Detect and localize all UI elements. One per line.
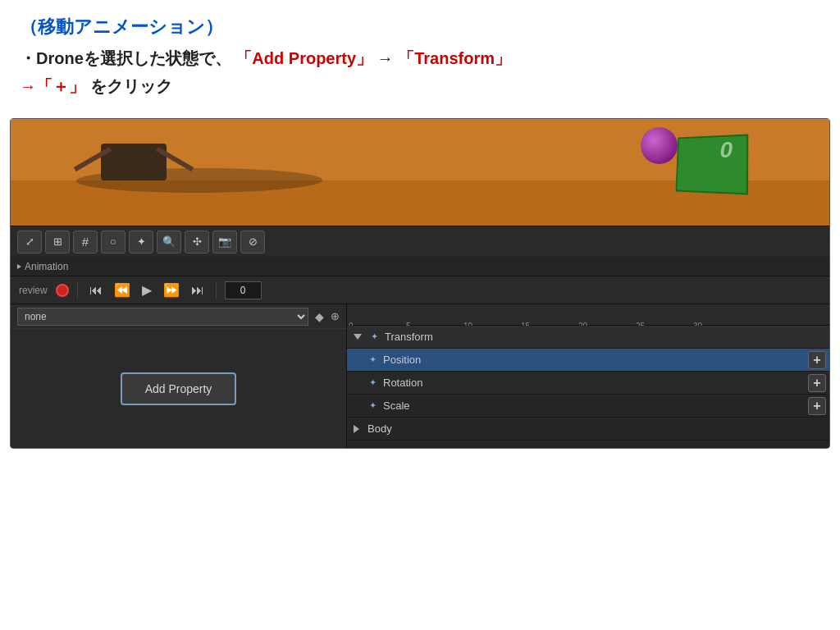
divider1 bbox=[77, 282, 78, 299]
toolbar-btn-pan[interactable]: ✣ bbox=[185, 231, 209, 253]
toolbar-btn-circle[interactable]: ○ bbox=[101, 231, 126, 253]
property-rows: Transform Position + bbox=[347, 326, 829, 448]
scale-plus-button[interactable]: + bbox=[808, 397, 826, 415]
fanbox-label-area: FanBox bbox=[347, 445, 829, 448]
play-button[interactable]: ▶ bbox=[139, 281, 155, 299]
transform-unity-icon bbox=[368, 331, 380, 343]
collapse-icon bbox=[17, 264, 21, 269]
add-property-label: Add Property bbox=[145, 382, 212, 395]
green-box bbox=[676, 135, 749, 195]
animation-tab-bar: Animation bbox=[11, 257, 829, 276]
instruction-red1: 「Add Property」 bbox=[235, 49, 372, 67]
purple-sphere bbox=[641, 127, 678, 164]
timeline-ruler: 0 5 10 15 20 25 30 bbox=[347, 304, 829, 326]
animation-label: Animation bbox=[25, 261, 68, 272]
position-label: Position bbox=[383, 354, 421, 366]
add-property-area: Add Property bbox=[11, 329, 346, 448]
rotation-unity-icon bbox=[367, 377, 378, 389]
rotation-label-area: Rotation bbox=[347, 377, 808, 389]
toolbar-btn-camera[interactable]: 📷 bbox=[212, 231, 237, 253]
right-panel: 0 5 10 15 20 25 30 bbox=[347, 304, 829, 448]
unity-editor-area: 0 ⤢ ⊞ # ○ ✦ 🔍 ✣ 📷 ⊘ Animation review ⏮ ⏪ bbox=[10, 118, 830, 449]
controls-row: review ⏮ ⏪ ▶ ⏩ ⏭ bbox=[11, 276, 829, 304]
go-start-button[interactable]: ⏮ bbox=[86, 281, 106, 299]
main-content: none ◆ ⊕ Add Property 0 bbox=[11, 304, 829, 448]
viewport: 0 bbox=[11, 119, 829, 226]
toolbar-btn-search[interactable]: 🔍 bbox=[157, 231, 181, 253]
fanbox-row[interactable]: FanBox bbox=[347, 441, 829, 448]
body-row[interactable]: Body bbox=[347, 418, 829, 441]
divider2 bbox=[216, 282, 217, 299]
clip-row: none ◆ ⊕ bbox=[11, 304, 346, 329]
instruction-prefix: ・Droneを選択した状態で、 bbox=[20, 49, 231, 67]
frame-input[interactable] bbox=[225, 281, 262, 299]
rotation-row[interactable]: Rotation + bbox=[347, 372, 829, 395]
scale-label: Scale bbox=[383, 399, 410, 412]
position-label-area: Position bbox=[347, 354, 808, 366]
left-panel: none ◆ ⊕ Add Property bbox=[11, 304, 347, 448]
position-row[interactable]: Position + bbox=[347, 349, 829, 372]
scene-zero: 0 bbox=[719, 137, 733, 163]
animation-panel: Animation review ⏮ ⏪ ▶ ⏩ ⏭ none bbox=[11, 257, 829, 448]
scale-row[interactable]: Scale + bbox=[347, 395, 829, 418]
scale-unity-icon bbox=[367, 400, 378, 412]
transform-label: Transform bbox=[385, 331, 433, 343]
fanbox-label: FanBox bbox=[368, 445, 404, 448]
toolbar-btn-star[interactable]: ✦ bbox=[129, 231, 153, 253]
toolbar: ⤢ ⊞ # ○ ✦ 🔍 ✣ 📷 ⊘ bbox=[11, 226, 829, 257]
preview-label: review bbox=[16, 283, 51, 298]
diamond-icon: ◆ bbox=[315, 310, 324, 323]
target-icon: ⊕ bbox=[331, 310, 340, 322]
add-property-button[interactable]: Add Property bbox=[121, 372, 237, 405]
instruction-line2-red: →「＋」 bbox=[20, 77, 85, 95]
toolbar-btn-grid[interactable]: ⊞ bbox=[45, 231, 70, 253]
body-expand-icon bbox=[354, 425, 359, 433]
go-end-button[interactable]: ⏭ bbox=[188, 281, 208, 299]
body-label-area: Body bbox=[347, 422, 829, 435]
scale-label-area: Scale bbox=[347, 399, 808, 412]
instruction-line2: →「＋」 をクリック bbox=[20, 74, 820, 98]
instruction-line1: ・Droneを選択した状態で、 「Add Property」 → 「Transf… bbox=[20, 46, 820, 71]
animation-tab-label[interactable]: Animation bbox=[17, 261, 68, 272]
toolbar-btn-move[interactable]: ⤢ bbox=[17, 231, 42, 253]
instruction-red2: 「Transform」 bbox=[398, 49, 511, 67]
position-plus-button[interactable]: + bbox=[808, 351, 826, 369]
instruction-line2-suffix: をクリック bbox=[90, 77, 172, 95]
body-label: Body bbox=[368, 422, 392, 435]
position-unity-icon bbox=[367, 354, 378, 366]
transform-row[interactable]: Transform bbox=[347, 326, 829, 349]
title-line: （移動アニメーション） bbox=[20, 15, 820, 39]
record-button[interactable] bbox=[56, 284, 69, 297]
transform-label-area: Transform bbox=[347, 331, 829, 343]
rotation-plus-button[interactable]: + bbox=[808, 374, 826, 392]
clip-dropdown[interactable]: none bbox=[17, 308, 308, 326]
toolbar-btn-hash[interactable]: # bbox=[73, 231, 98, 253]
title-text: （移動アニメーション） bbox=[20, 16, 223, 37]
transform-expand-icon bbox=[354, 334, 362, 340]
prev-frame-button[interactable]: ⏪ bbox=[111, 281, 134, 299]
toolbar-btn-slash[interactable]: ⊘ bbox=[240, 231, 265, 253]
rotation-label: Rotation bbox=[383, 377, 422, 389]
instruction-mid: → bbox=[377, 49, 399, 67]
next-frame-button[interactable]: ⏩ bbox=[160, 281, 183, 299]
fanbox-expand-icon bbox=[354, 448, 359, 449]
header-area: （移動アニメーション） ・Droneを選択した状態で、 「Add Propert… bbox=[0, 0, 840, 110]
